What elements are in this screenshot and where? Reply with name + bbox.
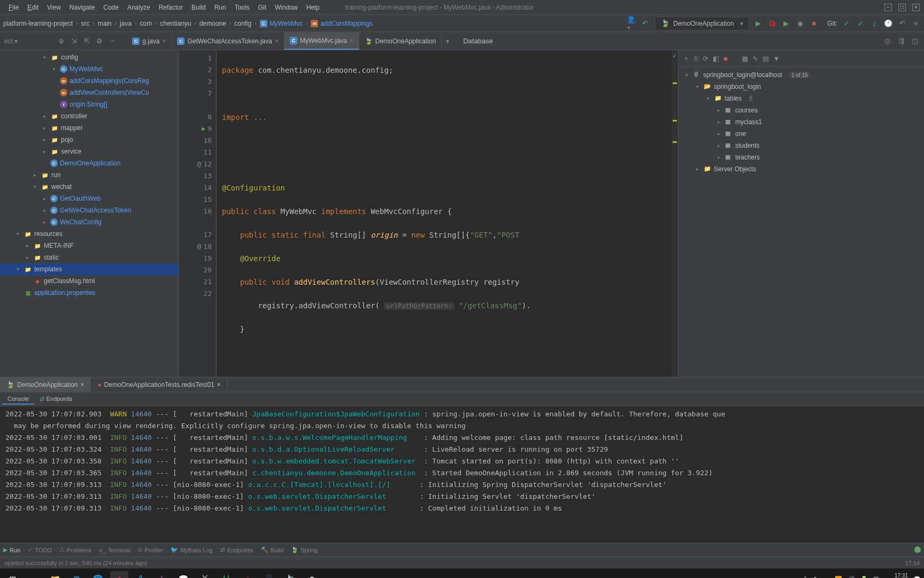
crumb-config[interactable]: config [234, 20, 251, 27]
project-select[interactable]: ect ▾ [4, 37, 18, 45]
hide-icon[interactable]: − [107, 36, 117, 46]
app-green-icon[interactable]: H [217, 571, 235, 578]
minimize-icon[interactable]: − [884, 4, 892, 11]
tool-build[interactable]: 🔨Build [261, 546, 283, 553]
tray-up-icon[interactable]: ˄ [804, 576, 807, 579]
terminal-icon[interactable]: ▮ [303, 571, 321, 578]
tree-wcconfig[interactable]: ▸CWeChatConfig [0, 216, 179, 228]
run-config-dropdown[interactable]: 🍃 DemoOneApplication [654, 17, 749, 31]
menu-window[interactable]: Window [271, 2, 302, 13]
idea-icon[interactable]: ◆ [110, 571, 128, 578]
tab-demooneapp[interactable]: 🍃 DemoOneApplication [359, 32, 442, 50]
tool-mybatis[interactable]: 🐦MyBatis Log [171, 546, 213, 553]
tool-terminal[interactable]: >_Terminal [99, 547, 130, 553]
task-view-icon[interactable]: ▭ [25, 571, 43, 578]
tray-battery-icon[interactable]: 🔋 [860, 576, 868, 579]
console-output[interactable]: 2022-05-30 17:07:02.903 WARN 14640 --- [… [0, 406, 924, 543]
expand-all-icon[interactable]: ⇲ [69, 36, 79, 46]
runtab-demoone[interactable]: 🍃 DemoOneApplication × [0, 377, 91, 392]
edge-icon[interactable]: 🌐 [89, 571, 107, 578]
ide-icon[interactable]: ⎆ [911, 19, 921, 28]
tree-mywebmvc[interactable]: ▾CMyWebMvc [0, 63, 179, 75]
inspection-strip[interactable]: ✓ [672, 50, 678, 377]
db-tables[interactable]: ▾📁tables 5 [679, 93, 924, 104]
back-icon[interactable]: ↶ [641, 19, 650, 28]
tree-method-addview[interactable]: maddViewControllers(ViewCo [0, 87, 179, 98]
ctab-endpoints[interactable]: ⇄ Endpoints [34, 394, 78, 404]
chat-icon[interactable]: 💬 [174, 571, 192, 578]
menu-git[interactable]: Git [254, 2, 271, 13]
tree-getclassmsg[interactable]: ◆getClassMsg.html [0, 275, 179, 287]
edit-icon[interactable]: ✎ [752, 55, 758, 63]
menu-refactor[interactable]: Refactor [155, 2, 187, 13]
menu-edit[interactable]: Edit [23, 2, 43, 13]
tree-gettoken[interactable]: ▸CGetWeChatAccessToken [0, 204, 179, 216]
filter-icon[interactable]: ▼ [773, 55, 780, 63]
crumb-method[interactable]: addCorsMappings [320, 20, 372, 27]
debug-button[interactable]: 🐞 [767, 19, 777, 28]
menu-analyze[interactable]: Analyze [123, 2, 155, 13]
db-table-students[interactable]: ▸▦students [679, 140, 924, 151]
tree-static[interactable]: ▸📁static [0, 252, 179, 263]
git-commit-icon[interactable]: ✓ [842, 19, 851, 28]
tree-pojo[interactable]: ▸📁pojo [0, 134, 179, 146]
editor[interactable]: 1 2 3 7 8 ▶9 10 11 @12 13 14 15 16 17 @1… [179, 50, 678, 377]
db-root[interactable]: ▾🛢springboot_login@localhost 1 of 15 [679, 69, 924, 81]
menu-file[interactable]: File [4, 2, 23, 13]
menu-navigate[interactable]: Navigate [65, 2, 99, 13]
close-icon[interactable]: × [912, 4, 920, 11]
tab-getwechat[interactable]: C GetWeChatAccessToken.java × [172, 32, 284, 50]
disconnect-icon[interactable]: ■ [723, 55, 728, 63]
maximize-icon[interactable]: □ [898, 4, 906, 11]
close-icon[interactable]: × [80, 381, 84, 389]
db-table-courses[interactable]: ▸▦courses [679, 104, 924, 116]
tool-profiler[interactable]: ⊙Profiler [137, 546, 163, 553]
add-datasource-icon[interactable]: ＋ [683, 54, 690, 63]
crumb-java[interactable]: java [120, 20, 132, 27]
table-icon[interactable]: ▦ [742, 55, 748, 63]
app-leaf-icon[interactable]: 🍃 [281, 571, 299, 578]
vscode-icon[interactable]: ⧉ [67, 571, 86, 578]
tray-volume-icon[interactable]: 🔊 [848, 576, 855, 579]
start-button[interactable]: ⊞ [3, 571, 21, 578]
tree-metainf[interactable]: ▸📁META-INF [0, 240, 179, 252]
menu-code[interactable]: Code [99, 2, 123, 13]
gutter[interactable]: 1 2 3 7 8 ▶9 10 11 @12 13 14 15 16 17 @1… [179, 50, 217, 377]
tree-getoauth[interactable]: ▸CGetOauthWeb [0, 193, 179, 204]
event-log-icon[interactable] [914, 546, 921, 553]
tool-spring[interactable]: 🍃Spring [291, 546, 318, 553]
crumb-com[interactable]: com [140, 20, 152, 27]
tab-mywebmvc[interactable]: C MyWebMvc.java × [284, 32, 359, 50]
db-table-myclass1[interactable]: ▸▦myclass1 [679, 116, 924, 128]
tab-overflow[interactable]: ▾ [442, 32, 453, 50]
close-tab-icon[interactable]: × [350, 37, 353, 44]
tab-g-java[interactable]: C g.java × [127, 32, 172, 50]
ctab-console[interactable]: Console [2, 394, 34, 405]
reader-mode-icon[interactable]: ◎ [882, 36, 892, 46]
tree-appprops[interactable]: ▦application.properties [0, 287, 179, 299]
tray-clock[interactable]: 17:31 2022/5/30 [884, 573, 908, 578]
tree-templates[interactable]: ▾📁templates [0, 263, 179, 275]
tool-run[interactable]: ▶Run [3, 546, 20, 553]
close-icon[interactable]: × [217, 381, 221, 389]
tool-endpoints[interactable]: ⇄Endpoints [220, 546, 253, 553]
tray-lang[interactable]: 英 [873, 575, 879, 579]
runtab-tests[interactable]: ● DemoOneApplicationTests.redisTest01 × [91, 377, 227, 392]
menu-help[interactable]: Help [302, 2, 324, 13]
tree-method-addcors[interactable]: maddCorsMappings(CorsReg [0, 75, 179, 87]
tray-notifications-icon[interactable]: 💬 [913, 576, 921, 579]
tree-config[interactable]: ▾📁config [0, 51, 179, 63]
tool-problems[interactable]: ⚠Problems [59, 546, 91, 553]
app-red-icon[interactable]: ● [238, 571, 257, 578]
stop-icon[interactable]: ◧ [713, 55, 719, 63]
menu-build[interactable]: Build [187, 2, 210, 13]
git-update-icon[interactable]: ↓ [869, 19, 879, 28]
crumb-class[interactable]: MyWebMvc [270, 20, 303, 27]
stop-button[interactable]: ■ [809, 19, 819, 28]
collapse-all-icon[interactable]: ⇱ [82, 36, 91, 46]
git-history-icon[interactable]: 🕐 [883, 19, 893, 28]
settings-icon[interactable]: ⚙ [95, 36, 104, 46]
add-user-icon[interactable]: 👤+ [627, 19, 636, 28]
profiler-button[interactable]: ◉ [795, 19, 805, 28]
code-area[interactable]: package com.chentianyu.demoone.config; i… [217, 50, 678, 377]
